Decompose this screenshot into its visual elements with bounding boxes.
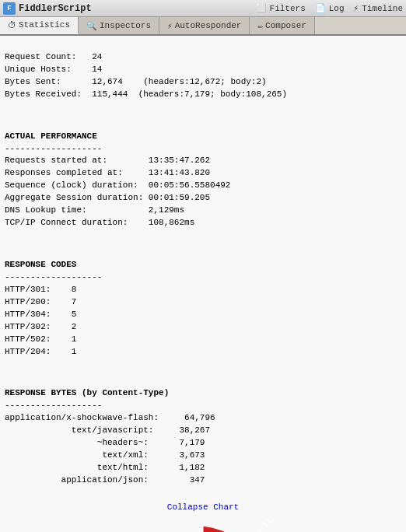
- requests-started-value: 13:35:47.262: [149, 156, 210, 165]
- log-btn[interactable]: 📄 Log: [315, 3, 345, 13]
- composer-tab-label: Composer: [265, 21, 306, 30]
- http-302: HTTP/302: 2: [5, 322, 76, 331]
- bytes-sent-detail: (headers:12,672; body:2): [143, 77, 266, 86]
- app-title: FiddlerScript: [19, 3, 92, 14]
- aggregate-value: 00:01:59.205: [149, 193, 210, 202]
- bytes-received-value: 115,444: [92, 89, 128, 99]
- inspectors-tab-label: Inspectors: [100, 21, 151, 30]
- bytes-json: application/json: 347: [5, 475, 205, 485]
- collapse-chart-button[interactable]: Collapse Chart: [167, 502, 239, 512]
- collapse-chart-row: Collapse Chart: [5, 502, 401, 512]
- title-bar: F FiddlerScript ⬜ Filters 📄 Log ⚡ Timeli…: [0, 0, 406, 17]
- autoresponder-tab-label: AutoResponder: [175, 21, 242, 30]
- bytes-received-detail: (headers:7,179; body:108,265): [138, 89, 287, 99]
- http-502: HTTP/502: 1: [5, 334, 76, 344]
- bytes-html: text/html: 1,182: [5, 463, 205, 472]
- request-count-value: 24: [92, 52, 102, 61]
- http-301: HTTP/301: 8: [5, 285, 76, 294]
- response-codes-header: RESPONSE CODES: [5, 260, 76, 269]
- responses-completed-value: 13:41:43.820: [149, 168, 210, 177]
- tab-composer[interactable]: ✏ Composer: [250, 17, 314, 34]
- statistics-tab-icon: ⏱: [8, 20, 16, 30]
- unique-hosts-value: 14: [92, 65, 102, 74]
- tab-bar: ⏱ Statistics 🔍 Inspectors ⚡ AutoResponde…: [0, 17, 406, 36]
- bytes-javascript: text/javascript: 38,267: [5, 425, 210, 435]
- tab-autoresponder[interactable]: ⚡ AutoResponder: [159, 17, 250, 34]
- bytes-xml: text/xml: 3,673: [5, 450, 205, 460]
- inspectors-tab-icon: 🔍: [86, 21, 97, 31]
- dns-value: 2,129ms: [149, 205, 184, 215]
- statistics-tab-label: Statistics: [19, 20, 70, 30]
- tcpip-value: 108,862ms: [149, 218, 194, 227]
- requests-started-label: Requests started at:: [5, 156, 149, 165]
- sequence-value: 00:05:56.5580492: [149, 180, 231, 190]
- aggregate-label: Aggregate Session duration:: [5, 193, 149, 202]
- filters-btn[interactable]: ⬜ Filters: [256, 3, 306, 13]
- stats-block: Request Count: 24 Unique Hosts: 14 Bytes…: [5, 39, 401, 114]
- response-codes-block: RESPONSE CODES ------------------- HTTP/…: [5, 247, 401, 370]
- bytes-sent-value: 12,674: [92, 77, 123, 86]
- response-bytes-block: RESPONSE BYTES (by Content-Type) -------…: [5, 375, 401, 499]
- http-304: HTTP/304: 5: [5, 310, 76, 319]
- unique-hosts-label: Unique Hosts:: [5, 65, 92, 74]
- http-200: HTTP/200: 7: [5, 297, 76, 306]
- bytes-received-label: Bytes Received:: [5, 89, 92, 99]
- request-count-label: Request Count:: [5, 52, 92, 61]
- http-204: HTTP/204: 1: [5, 347, 76, 356]
- response-bytes-header: RESPONSE BYTES (by Content-Type): [5, 388, 169, 397]
- sequence-label: Sequence (clock) duration:: [5, 180, 149, 190]
- bytes-flash: application/x-shockwave-flash: 64,796: [5, 413, 215, 422]
- tab-inspectors[interactable]: 🔍 Inspectors: [79, 17, 159, 34]
- timeline-btn[interactable]: ⚡ Timeline: [354, 3, 403, 13]
- app-icon: F: [3, 2, 16, 15]
- content-area: Request Count: 24 Unique Hosts: 14 Bytes…: [0, 36, 406, 532]
- tcpip-label: TCP/IP Connect duration:: [5, 218, 149, 227]
- titlebar-buttons: ⬜ Filters 📄 Log ⚡ Timeline: [256, 3, 403, 13]
- chart-container: x-shockwave-flash xml ~headers~ javascri…: [5, 518, 401, 532]
- separator-3: -------------------: [5, 401, 102, 410]
- actual-performance-block: ACTUAL PERFORMANCE ------------------- R…: [5, 118, 401, 242]
- separator-1: -------------------: [5, 144, 102, 153]
- actual-perf-header: ACTUAL PERFORMANCE: [5, 131, 97, 141]
- bytes-sent-label: Bytes Sent:: [5, 77, 92, 86]
- autoresponder-tab-icon: ⚡: [167, 21, 173, 31]
- bytes-headers: ~headers~: 7,179: [5, 438, 205, 447]
- label-flash: x-shockwave-flash: [226, 518, 283, 532]
- responses-completed-label: Responses completed at:: [5, 168, 149, 177]
- pie-chart: x-shockwave-flash xml ~headers~ javascri…: [102, 518, 304, 532]
- dns-label: DNS Lookup time:: [5, 205, 149, 215]
- composer-tab-icon: ✏: [257, 21, 263, 31]
- tab-statistics[interactable]: ⏱ Statistics: [0, 17, 79, 34]
- separator-2: -------------------: [5, 272, 102, 282]
